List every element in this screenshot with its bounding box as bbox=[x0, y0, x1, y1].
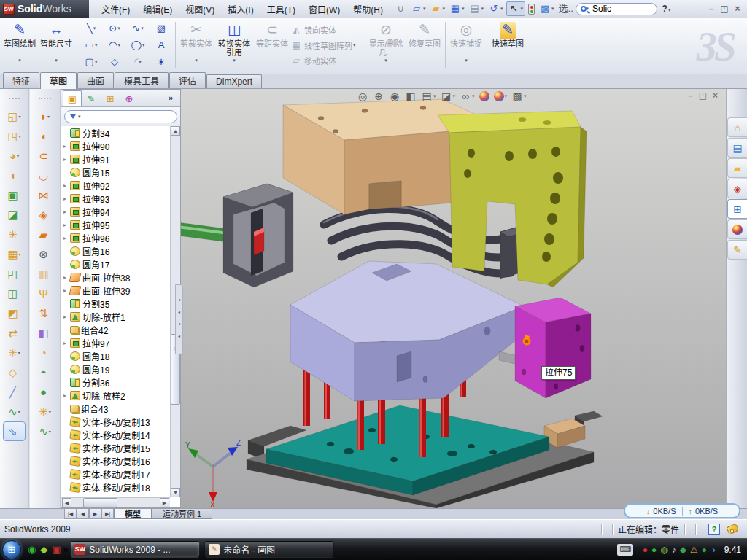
tray-volume-icon[interactable]: ♪ bbox=[672, 545, 676, 555]
move-copy-tool[interactable]: ⇄▾ bbox=[0, 323, 28, 343]
intersect-tool[interactable]: ◧▾ bbox=[30, 323, 60, 343]
rectangle-icon[interactable]: ▭ bbox=[80, 36, 103, 53]
tab-nav-button[interactable]: ◀ bbox=[77, 509, 89, 519]
expand-arrow-icon[interactable]: ▸ bbox=[63, 392, 70, 399]
rapid-sketch-button[interactable]: ✎ 快速草图 bbox=[489, 20, 526, 70]
section-view-icon[interactable]: ◧ bbox=[403, 90, 419, 103]
close-button[interactable]: × bbox=[731, 4, 744, 14]
search-tab[interactable]: ◈ bbox=[727, 179, 747, 198]
cut-body-tool[interactable]: ◪▾ bbox=[0, 205, 28, 225]
arc-icon[interactable]: ◠ bbox=[103, 36, 126, 53]
view-orientation-icon[interactable]: ▤ bbox=[419, 90, 438, 103]
net-speed-widget[interactable]: ↓ 0KB/S ↑ 0KB/S bbox=[624, 503, 740, 518]
zoom-selection-icon[interactable]: ◉ bbox=[387, 90, 403, 103]
camera-icon[interactable]: ▩ bbox=[509, 90, 529, 103]
custom-properties-tab[interactable]: ✎ bbox=[727, 240, 747, 260]
print-icon[interactable]: ▤ bbox=[468, 2, 486, 15]
repair-sketch-button[interactable]: ✎ 修复草图 bbox=[406, 20, 443, 70]
feature-tree-item[interactable]: ▸ 实体-移动/复制15 bbox=[63, 441, 170, 454]
part-nozzle-clamp[interactable] bbox=[181, 184, 293, 287]
feature-tree-item[interactable]: ▸ 圆角17 bbox=[63, 257, 170, 271]
scroll-up-icon[interactable]: ▲ bbox=[171, 126, 180, 136]
tray-network-icon[interactable]: ◆ bbox=[680, 545, 686, 555]
extruded-boss-tool[interactable]: ◳▾ bbox=[0, 126, 28, 146]
fillet-tool[interactable]: ◕▾ bbox=[0, 146, 28, 166]
options-icon[interactable]: ▩ bbox=[538, 2, 556, 15]
manager-overflow-button[interactable]: » bbox=[169, 93, 173, 102]
text-icon[interactable]: A bbox=[150, 36, 173, 53]
feature-tree-item[interactable]: ▸ 实体-移动/复制17 bbox=[63, 467, 170, 481]
feature-tree-item[interactable]: ▸ 实体-移动/复制18 bbox=[63, 481, 170, 494]
solidworks-resources-tab[interactable]: ⌂ bbox=[727, 117, 747, 137]
lofted-boss-tool[interactable]: ◡▾ bbox=[30, 166, 60, 185]
sketch-button[interactable]: ✎ 草图绘制 bbox=[1, 20, 38, 70]
doc-close-button[interactable]: × bbox=[709, 90, 721, 101]
feature-tree-item[interactable]: ▸ 组合43 bbox=[63, 402, 170, 415]
propertymanager-tab[interactable]: ✎ bbox=[82, 90, 101, 106]
expand-arrow-icon[interactable]: ▸ bbox=[63, 209, 70, 215]
feature-tree-item[interactable]: ▸ 圆角18 bbox=[63, 349, 170, 362]
quicklaunch-app-icon[interactable]: ◆ bbox=[40, 544, 47, 555]
save-icon[interactable]: ▦ bbox=[448, 2, 466, 15]
dimxpertmanager-tab[interactable]: ⊕ bbox=[120, 90, 139, 106]
expand-arrow-icon[interactable]: ▸ bbox=[63, 235, 70, 241]
display-style-icon[interactable]: ◪ bbox=[438, 90, 458, 103]
feature-tree-item[interactable]: ▸ 实体-移动/复制13 bbox=[63, 415, 170, 428]
scroll-left-icon[interactable]: ◀ bbox=[62, 498, 71, 508]
smart-dimension-button[interactable]: ↔ 智能尺寸 bbox=[38, 20, 74, 70]
feature-tree-item[interactable]: ▸ 曲面-拉伸38 bbox=[63, 271, 170, 284]
chamfer-tool[interactable]: ◖▾ bbox=[0, 166, 28, 185]
point-icon[interactable]: ∗ bbox=[150, 53, 173, 70]
tray-antivirus-icon[interactable]: ● bbox=[643, 545, 648, 555]
feature-tree-item[interactable]: ▸ 分割34 bbox=[63, 126, 170, 139]
ribbon-small-button[interactable]: ◭ 镜向实体 bbox=[290, 22, 360, 37]
feature-tree-item[interactable]: ▸ 拉伸96 bbox=[63, 231, 170, 244]
ribbon-small-button[interactable]: ▦ 线性草图阵列 bbox=[290, 37, 360, 52]
expand-arrow-icon[interactable]: ▸ bbox=[63, 222, 70, 228]
reference-point-tool[interactable]: ✳▾ bbox=[0, 343, 28, 362]
tab-nav-button[interactable]: |◀ bbox=[64, 509, 77, 519]
graphics-viewport[interactable]: Y Z X ◎ ⊕ ◉ bbox=[181, 89, 726, 508]
line-icon[interactable]: ╲ bbox=[80, 20, 103, 36]
feature-tree-item[interactable]: ▸ 拉伸97 bbox=[63, 336, 170, 349]
delete-body-tool[interactable]: ⊗▾ bbox=[30, 244, 60, 264]
circle-icon[interactable]: ⊙ bbox=[103, 20, 126, 36]
menu-item[interactable]: 编辑(E) bbox=[136, 1, 179, 18]
cylinder-tool[interactable]: ●▾ bbox=[30, 382, 60, 402]
expand-arrow-icon[interactable]: ▸ bbox=[63, 314, 70, 320]
polygon-icon[interactable]: ◇ bbox=[103, 53, 126, 70]
expand-arrow-icon[interactable]: ▸ bbox=[63, 182, 70, 189]
doc-minimize-button[interactable]: – bbox=[684, 90, 697, 101]
split-tool[interactable]: ◫▾ bbox=[0, 284, 28, 303]
doc-restore-button[interactable]: ◳ bbox=[697, 90, 709, 101]
convert-entities-button[interactable]: ◫ 转换实体引用 bbox=[214, 20, 254, 70]
quick-snaps-button[interactable]: ◎ 快速捕捉 bbox=[448, 20, 484, 70]
spline-icon[interactable]: ∿ bbox=[126, 20, 150, 36]
expand-arrow-icon[interactable]: ▸ bbox=[63, 143, 70, 149]
feature-tree-item[interactable]: ▸ 拉伸90 bbox=[63, 139, 170, 152]
curve-tool[interactable]: ∿▾ bbox=[0, 402, 28, 421]
minimize-button[interactable]: – bbox=[705, 4, 718, 14]
command-tab[interactable]: 曲面 bbox=[77, 72, 114, 88]
reference-plane-tool[interactable]: ◇▾ bbox=[0, 362, 28, 382]
sketch-fillet-icon[interactable]: ◜ bbox=[126, 53, 150, 70]
command-tab[interactable]: 草图 bbox=[40, 72, 77, 89]
tray-shield-icon[interactable]: ● bbox=[651, 545, 657, 555]
extruded-cut-tool[interactable]: ◱▾ bbox=[0, 106, 28, 126]
dome-tool[interactable]: ◔▾ bbox=[30, 343, 60, 362]
zoom-area-icon[interactable]: ⊕ bbox=[371, 90, 387, 103]
menu-item[interactable]: 视图(V) bbox=[179, 1, 221, 18]
feature-tree-item[interactable]: ▸ 拉伸91 bbox=[63, 152, 170, 166]
zoom-fit-icon[interactable]: ◎ bbox=[355, 90, 371, 103]
select-icon[interactable]: ↖ bbox=[506, 1, 526, 16]
feature-tree-item[interactable]: ▸ 拉伸92 bbox=[63, 179, 170, 192]
appearances-scenes-tab[interactable] bbox=[727, 219, 747, 239]
design-library-tab[interactable]: ▤ bbox=[727, 138, 747, 158]
taskbar-window-button[interactable]: ✎ 未命名 - 画图 bbox=[204, 541, 334, 558]
options-more-label[interactable]: 选.. bbox=[557, 2, 572, 15]
combine-tool[interactable]: ◰▾ bbox=[0, 264, 28, 284]
tray-360-icon[interactable]: ◑ bbox=[711, 545, 716, 555]
command-tab[interactable]: DimXpert bbox=[206, 74, 262, 88]
quick-launch-overflow-icon[interactable]: » bbox=[63, 545, 69, 555]
revolved-boss-tool[interactable]: ◗▾ bbox=[30, 106, 60, 126]
